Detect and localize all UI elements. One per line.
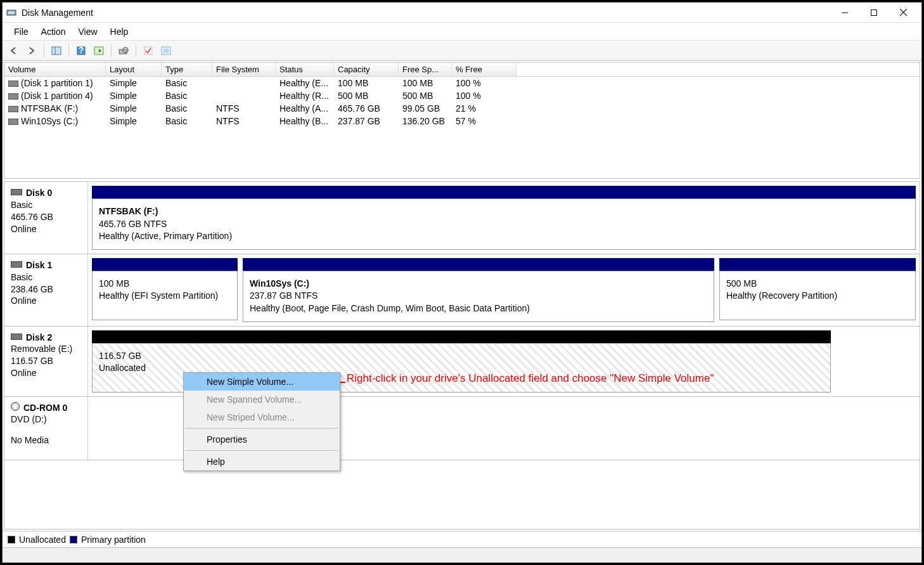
disk-management-window: Disk Management File Action View Help ? … — [2, 2, 922, 563]
legend-label: Unallocated — [19, 535, 66, 545]
table-row[interactable]: (Disk 1 partition 4) Simple Basic Health… — [4, 89, 920, 102]
partition-win10sys[interactable]: Win10Sys (C:) 237.87 GB NTFS Healthy (Bo… — [243, 271, 714, 322]
menu-file[interactable]: File — [8, 27, 35, 37]
col-pctfree[interactable]: % Free — [452, 63, 517, 76]
cell: Basic — [162, 77, 212, 89]
menu-new-simple-volume[interactable]: New Simple Volume... — [184, 373, 340, 391]
volume-icon — [8, 81, 18, 87]
toolbar-separator — [136, 44, 136, 57]
legend: Unallocated Primary partition — [3, 531, 921, 547]
cell: Healthy (B... — [276, 115, 334, 127]
disk-info[interactable]: Disk 2 Removable (E:) 116.57 GB Online — [4, 327, 88, 396]
check-button[interactable] — [141, 43, 156, 58]
cell: 21 % — [452, 103, 517, 114]
cell: Basic — [162, 115, 212, 127]
forward-button[interactable] — [24, 43, 39, 58]
disk-state: No Media — [11, 434, 81, 446]
table-row[interactable]: (Disk 1 partition 1) Simple Basic Health… — [4, 77, 920, 89]
disk-type: DVD (D:) — [11, 413, 81, 425]
cell: NTFS — [212, 115, 276, 127]
svg-rect-15 — [164, 49, 169, 53]
menu-action[interactable]: Action — [35, 27, 72, 37]
partition-status: Healthy (Recovery Partition) — [726, 290, 909, 302]
col-capacity[interactable]: Capacity — [334, 63, 399, 76]
partition-size: 116.57 GB — [99, 350, 824, 363]
partition-recovery[interactable]: 500 MB Healthy (Recovery Partition) — [719, 271, 916, 320]
col-freespace[interactable]: Free Sp... — [399, 63, 452, 76]
disk-row-disk1: Disk 1 Basic 238.46 GB Online 100 MB Hea… — [4, 254, 920, 327]
menu-help[interactable]: Help — [104, 27, 135, 37]
partition-header — [243, 258, 714, 271]
cell: Simple — [106, 90, 162, 101]
disk-type: Basic — [11, 199, 81, 211]
help-button[interactable]: ? — [74, 43, 89, 58]
cell: Healthy (A... — [276, 103, 334, 114]
cell: (Disk 1 partition 4) — [21, 91, 93, 101]
disk-row-disk0: Disk 0 Basic 465.76 GB Online NTFSBAK (F… — [4, 182, 920, 254]
table-row[interactable]: NTFSBAK (F:) Simple Basic NTFS Healthy (… — [4, 102, 920, 115]
partition-size: 500 MB — [726, 278, 909, 290]
refresh-button[interactable] — [91, 43, 106, 58]
svg-text:?: ? — [79, 46, 84, 55]
cell: 237.87 GB — [334, 115, 399, 127]
disk-icon — [11, 261, 22, 268]
disk-row-disk2: Disk 2 Removable (E:) 116.57 GB Online 1… — [4, 327, 920, 397]
cell: Simple — [106, 77, 162, 89]
svg-rect-3 — [871, 10, 877, 15]
menu-properties[interactable]: Properties — [184, 431, 340, 448]
legend-label: Primary partition — [81, 535, 146, 545]
minimize-button[interactable] — [830, 3, 859, 23]
maximize-button[interactable] — [859, 3, 889, 23]
svg-rect-6 — [52, 47, 61, 55]
col-status[interactable]: Status — [276, 63, 334, 76]
disk-icon — [11, 189, 22, 195]
partition-efi[interactable]: 100 MB Healthy (EFI System Partition) — [92, 271, 238, 320]
col-filesystem[interactable]: File System — [212, 63, 276, 76]
col-type[interactable]: Type — [162, 63, 212, 76]
disk-name: Disk 2 — [26, 332, 52, 342]
col-volume[interactable]: Volume — [4, 63, 106, 76]
menu-separator — [185, 450, 338, 451]
disk-graphical-view: Disk 0 Basic 465.76 GB Online NTFSBAK (F… — [4, 181, 920, 529]
table-row[interactable]: Win10Sys (C:) Simple Basic NTFS Healthy … — [4, 115, 920, 127]
cell: 500 MB — [399, 90, 452, 101]
back-button[interactable] — [6, 43, 22, 58]
titlebar[interactable]: Disk Management — [3, 3, 921, 23]
volume-icon — [8, 93, 18, 100]
statusbar — [3, 547, 921, 562]
disk-info[interactable]: CD-ROM 0 DVD (D:) No Media — [4, 397, 88, 460]
cell: (Disk 1 partition 1) — [21, 78, 93, 88]
menu-view[interactable]: View — [72, 27, 103, 37]
rescan-button[interactable] — [116, 43, 131, 58]
svg-rect-1 — [8, 11, 15, 14]
partition-ntfsbak[interactable]: NTFSBAK (F:) 465.76 GB NTFS Healthy (Act… — [92, 198, 916, 250]
cell: NTFS — [212, 103, 276, 114]
disk-size: 465.76 GB — [11, 211, 81, 223]
disk-state: Online — [11, 295, 81, 307]
show-hide-tree-button[interactable] — [49, 43, 64, 58]
disk-state: Online — [11, 367, 81, 379]
settings-button[interactable] — [158, 43, 174, 58]
close-button[interactable] — [889, 3, 918, 23]
annotation-text: Right-click in your drive's Unallocated … — [347, 372, 714, 385]
disk-info[interactable]: Disk 1 Basic 238.46 GB Online — [4, 254, 88, 326]
partition-status: Healthy (Active, Primary Partition) — [99, 230, 909, 243]
volume-icon — [8, 106, 18, 112]
toolbar-separator — [44, 44, 44, 57]
cell: 500 MB — [334, 90, 399, 101]
menubar: File Action View Help — [3, 23, 921, 41]
menu-new-spanned-volume: New Spanned Volume... — [184, 391, 340, 408]
cell: NTFSBAK (F:) — [21, 103, 78, 114]
window-title: Disk Management — [22, 8, 830, 18]
disk-name: CD-ROM 0 — [23, 403, 67, 413]
disk-info[interactable]: Disk 0 Basic 465.76 GB Online — [4, 182, 88, 254]
partition-size: 237.87 GB NTFS — [250, 290, 707, 302]
menu-help[interactable]: Help — [184, 453, 340, 471]
table-body: (Disk 1 partition 1) Simple Basic Health… — [4, 77, 920, 178]
cell: Healthy (R... — [276, 90, 334, 101]
cell: 465.76 GB — [334, 103, 399, 114]
cell: 100 % — [452, 77, 517, 89]
cell: Simple — [106, 103, 162, 114]
cell: Basic — [162, 90, 212, 101]
col-layout[interactable]: Layout — [106, 63, 162, 76]
